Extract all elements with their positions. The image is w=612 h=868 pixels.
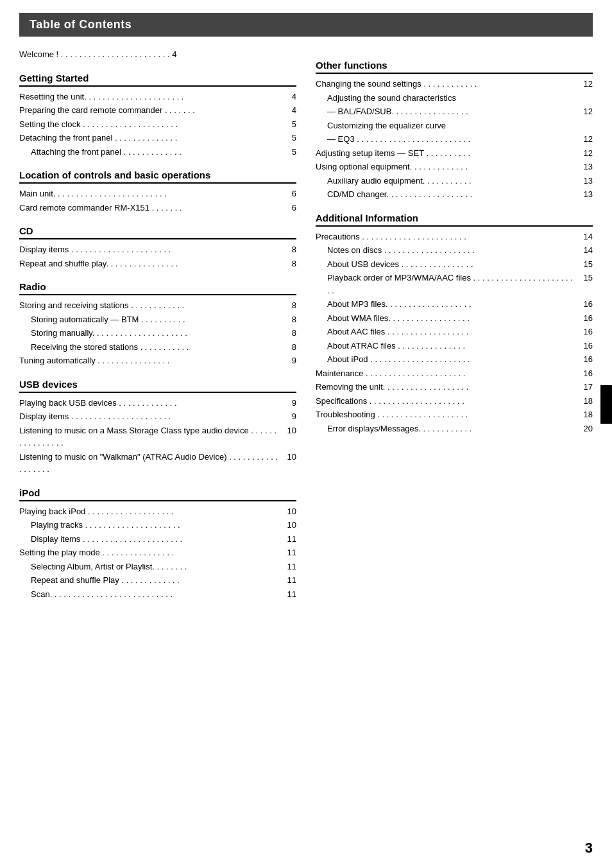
- entry-text: Error displays/Messages. . . . . . . . .…: [327, 422, 577, 435]
- entry-text: Using optional equipment. . . . . . . . …: [316, 161, 577, 173]
- entry-text: About WMA files. . . . . . . . . . . . .…: [327, 312, 577, 325]
- entry-page: 8: [281, 257, 296, 270]
- toc-entry: Display items . . . . . . . . . . . . . …: [19, 243, 296, 256]
- toc-entry: About WMA files. . . . . . . . . . . . .…: [316, 312, 593, 325]
- right-column: Other functions Changing the sound setti…: [316, 48, 593, 602]
- toc-entry: Main unit. . . . . . . . . . . . . . . .…: [19, 187, 296, 200]
- header-title: Table of Contents: [30, 18, 132, 31]
- cd-entries: Display items . . . . . . . . . . . . . …: [19, 243, 296, 270]
- entry-text: Storing manually. . . . . . . . . . . . …: [31, 327, 281, 340]
- entry-page: 15: [577, 258, 593, 271]
- entry-page: 11: [281, 546, 296, 559]
- entry-text: Receiving the stored stations . . . . . …: [31, 341, 281, 354]
- toc-entry: Listening to music on a Mass Storage Cla…: [19, 424, 296, 449]
- entry-text: Playing back USB devices . . . . . . . .…: [19, 397, 281, 410]
- toc-entry: About USB devices . . . . . . . . . . . …: [316, 258, 593, 271]
- entry-page: 8: [281, 299, 296, 312]
- toc-entry: Storing automatically — BTM . . . . . . …: [19, 313, 296, 326]
- entry-text: Auxiliary audio equipment. . . . . . . .…: [327, 175, 577, 187]
- entry-text: Storing and receiving stations . . . . .…: [19, 299, 281, 312]
- section-other-functions-title: Other functions: [316, 60, 593, 74]
- entry-page: 15: [577, 272, 593, 297]
- toc-entry: Display items . . . . . . . . . . . . . …: [19, 533, 296, 546]
- entry-text: Removing the unit. . . . . . . . . . . .…: [316, 381, 577, 394]
- toc-entry: Resetting the unit. . . . . . . . . . . …: [19, 91, 296, 103]
- toc-entry: Auxiliary audio equipment. . . . . . . .…: [316, 175, 593, 187]
- toc-entry: About iPod . . . . . . . . . . . . . . .…: [316, 353, 593, 366]
- entry-text: Specifications . . . . . . . . . . . . .…: [316, 395, 577, 408]
- entry-page: 17: [577, 381, 593, 394]
- toc-entry: Scan. . . . . . . . . . . . . . . . . . …: [19, 588, 296, 601]
- entry-text: Display items . . . . . . . . . . . . . …: [19, 410, 281, 423]
- entry-page: 10: [281, 424, 296, 449]
- entry-text: Playing back iPod . . . . . . . . . . . …: [19, 505, 281, 518]
- entry-page: 13: [577, 175, 593, 187]
- entry-text: About USB devices . . . . . . . . . . . …: [327, 258, 577, 271]
- entry-page: 11: [281, 533, 296, 546]
- entry-page: 5: [281, 118, 296, 131]
- entry-page: 12: [577, 78, 593, 91]
- entry-page: 8: [281, 341, 296, 354]
- entry-page: 5: [281, 146, 296, 159]
- entry-text: CD/MD changer. . . . . . . . . . . . . .…: [327, 188, 577, 201]
- entry-text: Preparing the card remote commander . . …: [19, 104, 281, 117]
- entry-text: Notes on discs . . . . . . . . . . . . .…: [327, 244, 577, 257]
- entry-page: 6: [281, 202, 296, 214]
- entry-page: 11: [281, 560, 296, 573]
- entry-text: Changing the sound settings . . . . . . …: [316, 78, 577, 91]
- toc-entry: Display items . . . . . . . . . . . . . …: [19, 410, 296, 423]
- entry-page: 18: [577, 395, 593, 408]
- additional-entries: Precautions . . . . . . . . . . . . . . …: [316, 230, 593, 435]
- toc-entry: Storing and receiving stations . . . . .…: [19, 299, 296, 312]
- entry-page: 10: [281, 451, 296, 476]
- entry-page: 11: [281, 588, 296, 601]
- toc-entry: Listening to music on "Walkman" (ATRAC A…: [19, 451, 296, 476]
- entry-text: Playing tracks . . . . . . . . . . . . .…: [31, 519, 281, 532]
- toc-entry: Repeat and shuffle Play . . . . . . . . …: [19, 574, 296, 587]
- toc-entry: Playing back iPod . . . . . . . . . . . …: [19, 505, 296, 518]
- toc-entry: Storing manually. . . . . . . . . . . . …: [19, 327, 296, 340]
- toc-entry: Tuning automatically . . . . . . . . . .…: [19, 354, 296, 367]
- entry-text: Detaching the front panel . . . . . . . …: [19, 132, 281, 144]
- entry-text: About MP3 files. . . . . . . . . . . . .…: [327, 298, 577, 311]
- toc-entry: Detaching the front panel . . . . . . . …: [19, 132, 296, 144]
- toc-entry: Maintenance . . . . . . . . . . . . . . …: [316, 367, 593, 380]
- entry-text: — BAL/FAD/SUB. . . . . . . . . . . . . .…: [327, 105, 577, 118]
- entry-text: Listening to music on a Mass Storage Cla…: [19, 424, 281, 449]
- toc-entry: Setting the play mode . . . . . . . . . …: [19, 546, 296, 559]
- entry-text: About iPod . . . . . . . . . . . . . . .…: [327, 353, 577, 366]
- toc-entry: — BAL/FAD/SUB. . . . . . . . . . . . . .…: [316, 105, 593, 118]
- toc-entry: Precautions . . . . . . . . . . . . . . …: [316, 230, 593, 243]
- entry-page: 16: [577, 312, 593, 325]
- entry-text: Display items . . . . . . . . . . . . . …: [31, 533, 281, 546]
- entry-text: Maintenance . . . . . . . . . . . . . . …: [316, 367, 577, 380]
- entry-text: Card remote commander RM-X151 . . . . . …: [19, 202, 281, 214]
- entry-text: Display items . . . . . . . . . . . . . …: [19, 243, 281, 256]
- toc-entry: About MP3 files. . . . . . . . . . . . .…: [316, 298, 593, 311]
- toc-entry: Receiving the stored stations . . . . . …: [19, 341, 296, 354]
- toc-entry: Setting the clock . . . . . . . . . . . …: [19, 118, 296, 131]
- entry-text: Precautions . . . . . . . . . . . . . . …: [316, 230, 577, 243]
- entry-text: Main unit. . . . . . . . . . . . . . . .…: [19, 187, 281, 200]
- welcome-entry: Welcome ! . . . . . . . . . . . . . . . …: [19, 48, 296, 61]
- entry-text: Listening to music on "Walkman" (ATRAC A…: [19, 451, 281, 476]
- toc-entry: Playback order of MP3/WMA/AAC files . . …: [316, 272, 593, 297]
- entry-text: Troubleshooting . . . . . . . . . . . . …: [316, 408, 577, 421]
- entry-page: 6: [281, 187, 296, 200]
- location-entries: Main unit. . . . . . . . . . . . . . . .…: [19, 187, 296, 214]
- entry-page: 8: [281, 243, 296, 256]
- entry-text: Setting the clock . . . . . . . . . . . …: [19, 118, 281, 131]
- entry-page: 4: [281, 91, 296, 103]
- entry-page: 5: [281, 132, 296, 144]
- entry-page: 13: [577, 161, 593, 173]
- toc-entry: Notes on discs . . . . . . . . . . . . .…: [316, 244, 593, 257]
- entry-text: About ATRAC files . . . . . . . . . . . …: [327, 340, 577, 352]
- entry-page: 14: [577, 230, 593, 243]
- ipod-entries: Playing back iPod . . . . . . . . . . . …: [19, 505, 296, 601]
- section-usb-title: USB devices: [19, 379, 296, 393]
- entry-page: 20: [577, 422, 593, 435]
- entry-text: Storing automatically — BTM . . . . . . …: [31, 313, 281, 326]
- entry-page: 12: [577, 147, 593, 160]
- entry-page: 12: [577, 133, 593, 146]
- entry-text: About AAC files . . . . . . . . . . . . …: [327, 326, 577, 338]
